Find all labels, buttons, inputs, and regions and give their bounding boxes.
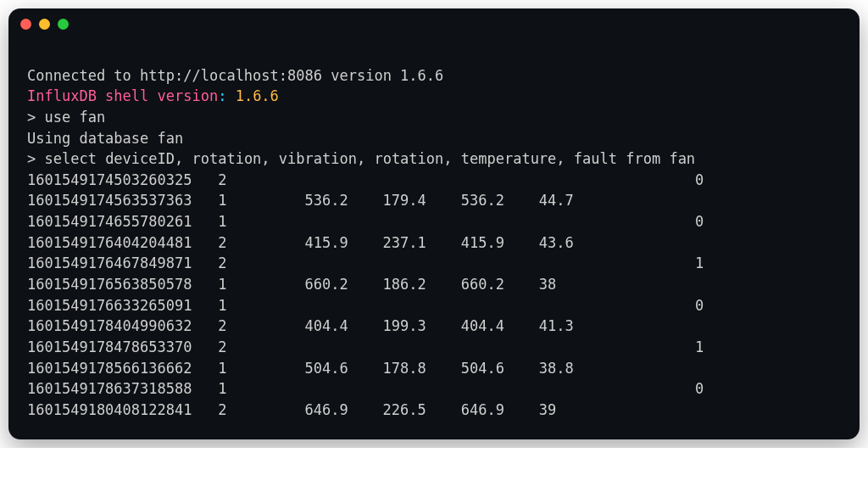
vibration-cell: 199.3: [383, 316, 461, 337]
table-row: 16015491745635373631536.2179.4536.244.7: [27, 190, 841, 211]
table-row: 16015491785661366621504.6178.8504.638.8: [27, 358, 841, 379]
fault-cell: 0: [695, 295, 712, 316]
rotation2-cell: 660.2: [461, 274, 539, 295]
shell-version-colon: :: [218, 87, 235, 104]
rotation-cell: 504.6: [305, 358, 383, 379]
temperature-cell: 38.8: [539, 358, 695, 379]
prompt: >: [27, 109, 44, 126]
deviceid-cell: 1: [218, 274, 304, 295]
table-row: 160154917465578026110: [27, 211, 841, 232]
rotation2-cell: 415.9: [461, 232, 539, 254]
deviceid-cell: 1: [218, 358, 304, 379]
rotation2-cell: 646.9: [461, 400, 539, 421]
time-cell: 1601549178404990632: [27, 316, 218, 337]
rotation2-cell: 504.6: [461, 358, 539, 379]
temperature-cell: 38: [539, 274, 695, 295]
rotation-cell: 404.4: [305, 316, 383, 337]
deviceid-cell: 2: [218, 232, 304, 254]
vibration-cell: 179.4: [383, 190, 461, 211]
fault-cell: 1: [695, 253, 712, 274]
time-cell: 1601549174563537363: [27, 190, 218, 211]
terminal-window: Connected to http://localhost:8086 versi…: [8, 8, 860, 439]
fault-cell: 1: [695, 337, 712, 358]
close-icon[interactable]: [20, 19, 31, 30]
deviceid-cell: 1: [218, 190, 304, 211]
time-cell: 1601549180408122841: [27, 400, 218, 421]
vibration-cell: 186.2: [383, 274, 461, 295]
deviceid-cell: 1: [218, 295, 304, 316]
using-db-line: Using database fan: [27, 130, 183, 147]
vibration-cell: 178.8: [383, 358, 461, 379]
shell-version-number: 1.6.6: [236, 87, 279, 104]
temperature-cell: 39: [539, 400, 695, 421]
rotation-cell: 646.9: [305, 400, 383, 421]
time-cell: 1601549178637318588: [27, 378, 218, 400]
table-row: 160154917663326509110: [27, 295, 841, 316]
deviceid-cell: 2: [218, 253, 304, 274]
time-cell: 1601549174503260325: [27, 170, 218, 191]
table-row: 160154917646784987121: [27, 253, 841, 274]
rotation-cell: 415.9: [305, 232, 383, 254]
deviceid-cell: 2: [218, 400, 304, 421]
rotation-cell: 536.2: [305, 190, 383, 211]
connected-line: Connected to http://localhost:8086 versi…: [27, 67, 443, 84]
title-bar: [8, 8, 860, 39]
table-row: 160154917863731858810: [27, 378, 841, 400]
shell-version-label: InfluxDB shell version: [27, 87, 218, 104]
temperature-cell: 43.6: [539, 232, 695, 254]
zoom-icon[interactable]: [58, 19, 69, 30]
cmd-use: use fan: [44, 109, 105, 126]
time-cell: 1601549176633265091: [27, 295, 218, 316]
fault-cell: 0: [695, 211, 712, 232]
deviceid-cell: 1: [218, 378, 304, 400]
deviceid-cell: 2: [218, 337, 304, 358]
time-cell: 1601549176563850578: [27, 274, 218, 295]
fault-cell: 0: [695, 378, 712, 400]
rotation2-cell: 404.4: [461, 316, 539, 337]
table-row: 160154917847865337021: [27, 337, 841, 358]
time-cell: 1601549176404204481: [27, 232, 218, 254]
prompt: >: [27, 150, 44, 167]
table-row: 160154917450326032520: [27, 170, 841, 191]
vibration-cell: 226.5: [383, 400, 461, 421]
fault-cell: 0: [695, 170, 712, 191]
time-cell: 1601549174655780261: [27, 211, 218, 232]
table-row: 16015491765638505781660.2186.2660.238: [27, 274, 841, 295]
deviceid-cell: 1: [218, 211, 304, 232]
deviceid-cell: 2: [218, 170, 304, 191]
table-row: 16015491784049906322404.4199.3404.441.3: [27, 316, 841, 337]
cmd-select: select deviceID, rotation, vibration, ro…: [44, 150, 695, 167]
time-cell: 1601549178566136662: [27, 358, 218, 379]
table-row: 16015491764042044812415.9237.1415.943.6: [27, 232, 841, 254]
table-row: 16015491804081228412646.9226.5646.939: [27, 400, 841, 421]
temperature-cell: 44.7: [539, 190, 695, 211]
minimize-icon[interactable]: [39, 19, 50, 30]
rotation2-cell: 536.2: [461, 190, 539, 211]
rotation-cell: 660.2: [305, 274, 383, 295]
time-cell: 1601549176467849871: [27, 253, 218, 274]
vibration-cell: 237.1: [383, 232, 461, 254]
deviceid-cell: 2: [218, 316, 304, 337]
temperature-cell: 41.3: [539, 316, 695, 337]
terminal-content[interactable]: Connected to http://localhost:8086 versi…: [8, 39, 860, 439]
time-cell: 1601549178478653370: [27, 337, 218, 358]
